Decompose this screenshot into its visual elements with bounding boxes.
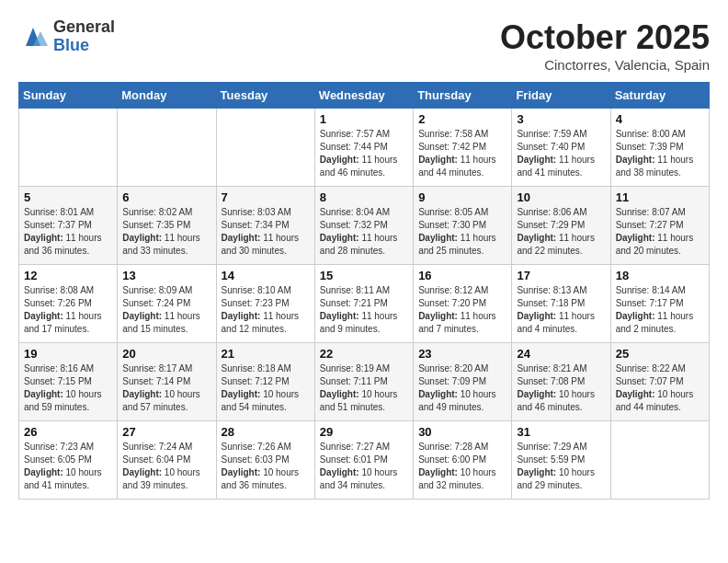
day-number: 11 [616,190,704,204]
logo-blue: Blue [53,37,115,55]
calendar-cell: 16Sunrise: 8:12 AMSunset: 7:20 PMDayligh… [414,265,512,343]
day-number: 12 [24,269,112,282]
weekday-header-tuesday: Tuesday [216,83,314,109]
day-info: Sunrise: 8:04 AMSunset: 7:32 PMDaylight:… [320,206,408,258]
calendar-cell: 29Sunrise: 7:27 AMSunset: 6:01 PMDayligh… [314,421,413,500]
calendar-cell: 28Sunrise: 7:26 AMSunset: 6:03 PMDayligh… [216,421,314,500]
day-info: Sunrise: 8:09 AMSunset: 7:24 PMDaylight:… [122,284,210,336]
day-info: Sunrise: 8:20 AMSunset: 7:09 PMDaylight:… [418,362,506,414]
day-number: 26 [24,425,112,439]
weekday-header-sunday: Sunday [19,83,118,109]
calendar-cell: 22Sunrise: 8:19 AMSunset: 7:11 PMDayligh… [314,343,413,421]
location-subtitle: Cinctorres, Valencia, Spain [500,57,710,73]
calendar-cell: 18Sunrise: 8:14 AMSunset: 7:17 PMDayligh… [610,265,709,343]
calendar-cell: 12Sunrise: 8:08 AMSunset: 7:26 PMDayligh… [19,265,118,343]
day-info: Sunrise: 8:06 AMSunset: 7:29 PMDaylight:… [517,206,605,258]
day-info: Sunrise: 8:10 AMSunset: 7:23 PMDaylight:… [222,284,310,336]
day-info: Sunrise: 8:14 AMSunset: 7:17 PMDaylight:… [616,284,704,336]
day-number: 28 [222,425,310,439]
calendar-week-3: 12Sunrise: 8:08 AMSunset: 7:26 PMDayligh… [19,265,710,343]
day-info: Sunrise: 7:28 AMSunset: 6:00 PMDaylight:… [418,441,506,492]
logo-general: General [53,18,115,37]
day-number: 30 [418,425,506,439]
calendar-cell: 6Sunrise: 8:02 AMSunset: 7:35 PMDaylight… [118,187,216,265]
day-info: Sunrise: 8:12 AMSunset: 7:20 PMDaylight:… [418,284,506,336]
calendar-cell: 14Sunrise: 8:10 AMSunset: 7:23 PMDayligh… [216,265,314,343]
calendar-week-2: 5Sunrise: 8:01 AMSunset: 7:37 PMDaylight… [19,187,710,265]
calendar-week-4: 19Sunrise: 8:16 AMSunset: 7:15 PMDayligh… [19,343,710,421]
calendar-body: 1Sunrise: 7:57 AMSunset: 7:44 PMDaylight… [19,109,710,500]
day-number: 8 [320,190,408,204]
calendar-cell: 13Sunrise: 8:09 AMSunset: 7:24 PMDayligh… [118,265,216,343]
calendar-cell [216,109,314,187]
day-info: Sunrise: 7:24 AMSunset: 6:04 PMDaylight:… [122,441,210,492]
day-info: Sunrise: 8:13 AMSunset: 7:18 PMDaylight:… [517,284,605,336]
day-info: Sunrise: 7:58 AMSunset: 7:42 PMDaylight:… [418,128,506,179]
calendar-table: SundayMondayTuesdayWednesdayThursdayFrid… [18,82,710,500]
day-info: Sunrise: 7:29 AMSunset: 5:59 PMDaylight:… [517,441,605,492]
day-info: Sunrise: 7:27 AMSunset: 6:01 PMDaylight:… [320,441,408,492]
weekday-header-wednesday: Wednesday [314,83,413,109]
calendar-cell: 7Sunrise: 8:03 AMSunset: 7:34 PMDaylight… [216,187,314,265]
calendar-cell: 19Sunrise: 8:16 AMSunset: 7:15 PMDayligh… [19,343,118,421]
day-number: 6 [122,190,210,204]
day-number: 13 [122,269,210,282]
day-number: 15 [320,269,408,282]
calendar-cell: 11Sunrise: 8:07 AMSunset: 7:27 PMDayligh… [610,187,709,265]
calendar-cell: 15Sunrise: 8:11 AMSunset: 7:21 PMDayligh… [314,265,413,343]
day-info: Sunrise: 8:19 AMSunset: 7:11 PMDaylight:… [320,362,408,414]
calendar-cell: 20Sunrise: 8:17 AMSunset: 7:14 PMDayligh… [118,343,216,421]
weekday-row: SundayMondayTuesdayWednesdayThursdayFrid… [19,83,710,109]
calendar-header: SundayMondayTuesdayWednesdayThursdayFrid… [19,83,710,109]
day-number: 10 [517,190,605,204]
day-info: Sunrise: 8:07 AMSunset: 7:27 PMDaylight:… [616,206,704,258]
calendar-week-1: 1Sunrise: 7:57 AMSunset: 7:44 PMDaylight… [19,109,710,187]
day-info: Sunrise: 8:05 AMSunset: 7:30 PMDaylight:… [418,206,506,258]
day-number: 23 [418,347,506,361]
calendar-cell: 25Sunrise: 8:22 AMSunset: 7:07 PMDayligh… [610,343,709,421]
calendar-cell: 21Sunrise: 8:18 AMSunset: 7:12 PMDayligh… [216,343,314,421]
calendar-cell: 8Sunrise: 8:04 AMSunset: 7:32 PMDaylight… [314,187,413,265]
day-info: Sunrise: 8:22 AMSunset: 7:07 PMDaylight:… [616,362,704,414]
day-number: 24 [517,347,605,361]
calendar-cell [19,109,118,187]
day-info: Sunrise: 8:01 AMSunset: 7:37 PMDaylight:… [24,206,112,258]
day-info: Sunrise: 8:11 AMSunset: 7:21 PMDaylight:… [320,284,408,336]
day-number: 17 [517,269,605,282]
day-number: 14 [222,269,310,282]
day-info: Sunrise: 7:59 AMSunset: 7:40 PMDaylight:… [517,128,605,179]
day-info: Sunrise: 7:57 AMSunset: 7:44 PMDaylight:… [320,128,408,179]
day-number: 31 [517,425,605,439]
calendar-cell: 9Sunrise: 8:05 AMSunset: 7:30 PMDaylight… [414,187,512,265]
day-number: 20 [122,347,210,361]
day-number: 1 [320,112,408,126]
logo-icon [18,24,48,50]
day-number: 27 [122,425,210,439]
calendar-cell: 26Sunrise: 7:23 AMSunset: 6:05 PMDayligh… [19,421,118,500]
calendar-cell: 2Sunrise: 7:58 AMSunset: 7:42 PMDaylight… [414,109,512,187]
calendar-cell: 24Sunrise: 8:21 AMSunset: 7:08 PMDayligh… [512,343,610,421]
day-number: 4 [616,112,704,126]
calendar-cell [610,421,709,500]
day-number: 21 [222,347,310,361]
day-number: 22 [320,347,408,361]
calendar-cell: 4Sunrise: 8:00 AMSunset: 7:39 PMDaylight… [610,109,709,187]
calendar-cell: 23Sunrise: 8:20 AMSunset: 7:09 PMDayligh… [414,343,512,421]
day-info: Sunrise: 8:08 AMSunset: 7:26 PMDaylight:… [24,284,112,336]
weekday-header-thursday: Thursday [414,83,512,109]
weekday-header-saturday: Saturday [610,83,709,109]
logo-text: General Blue [53,18,115,55]
calendar-cell: 17Sunrise: 8:13 AMSunset: 7:18 PMDayligh… [512,265,610,343]
day-info: Sunrise: 8:03 AMSunset: 7:34 PMDaylight:… [222,206,310,258]
calendar-cell: 3Sunrise: 7:59 AMSunset: 7:40 PMDaylight… [512,109,610,187]
day-info: Sunrise: 8:02 AMSunset: 7:35 PMDaylight:… [122,206,210,258]
day-number: 2 [418,112,506,126]
calendar-cell: 5Sunrise: 8:01 AMSunset: 7:37 PMDaylight… [19,187,118,265]
day-info: Sunrise: 8:00 AMSunset: 7:39 PMDaylight:… [616,128,704,179]
calendar-cell [118,109,216,187]
weekday-header-monday: Monday [118,83,216,109]
calendar-cell: 1Sunrise: 7:57 AMSunset: 7:44 PMDaylight… [314,109,413,187]
day-info: Sunrise: 7:26 AMSunset: 6:03 PMDaylight:… [222,441,310,492]
calendar-cell: 10Sunrise: 8:06 AMSunset: 7:29 PMDayligh… [512,187,610,265]
page-header: General Blue October 2025 Cinctorres, Va… [18,18,710,73]
